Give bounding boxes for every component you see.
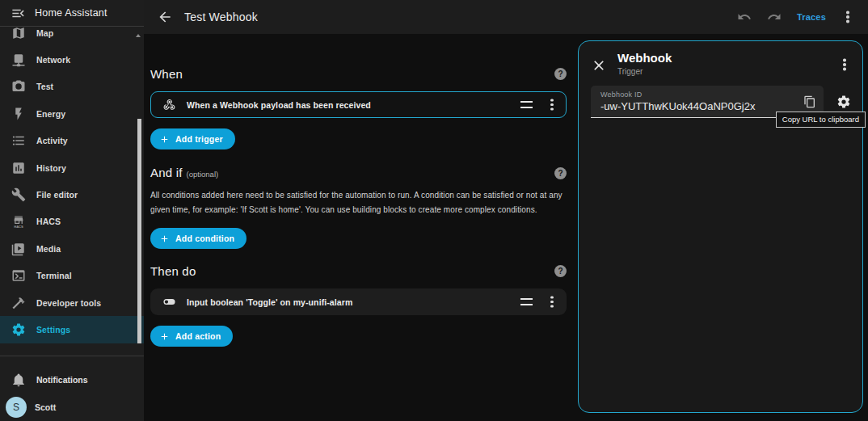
sidebar-scrollbar[interactable] bbox=[137, 119, 141, 343]
network-icon bbox=[11, 53, 26, 67]
main-area: Test Webhook Traces When bbox=[144, 0, 868, 421]
redo-icon[interactable] bbox=[767, 10, 782, 24]
console-icon bbox=[11, 268, 26, 283]
sidebar: Home Assistant Map Network Test Energy A… bbox=[0, 0, 144, 421]
action-row-input-boolean[interactable]: Input boolean 'Toggle' on my-unifi-alarm bbox=[150, 288, 567, 315]
sidebar-item-media[interactable]: Media bbox=[0, 235, 144, 262]
sidebar-item-label: Media bbox=[36, 244, 61, 254]
sidebar-nav: Map Network Test Energy Activity History bbox=[0, 27, 144, 355]
map-icon bbox=[11, 27, 26, 40]
automation-editor: When When a Webhook payload has been rec… bbox=[150, 34, 567, 347]
sidebar-item-settings[interactable]: Settings bbox=[0, 316, 144, 343]
sidebar-item-file-editor[interactable]: File editor bbox=[0, 181, 144, 208]
sidebar-item-label: History bbox=[36, 163, 66, 173]
list-icon bbox=[11, 133, 26, 148]
sidebar-item-hacs[interactable]: HACS HACS bbox=[0, 208, 144, 235]
help-icon[interactable] bbox=[554, 167, 567, 179]
copy-url-tooltip: Copy URL to clipboard bbox=[776, 112, 866, 128]
bell-icon bbox=[11, 373, 26, 387]
gear-icon bbox=[11, 322, 26, 337]
sidebar-item-activity[interactable]: Activity bbox=[0, 128, 144, 154]
conditions-description: All conditions added here need to be sat… bbox=[150, 188, 567, 217]
sidebar-item-label: Activity bbox=[36, 136, 68, 145]
sidebar-item-network[interactable]: Network bbox=[0, 46, 144, 73]
lightning-icon bbox=[11, 107, 26, 121]
sidebar-item-terminal[interactable]: Terminal bbox=[0, 263, 144, 289]
add-action-label: Add action bbox=[175, 331, 221, 341]
sidebar-footer: Notifications S Scott bbox=[0, 356, 144, 421]
topbar-kebab-menu[interactable] bbox=[842, 9, 853, 25]
optional-label: (optional) bbox=[187, 170, 219, 179]
wrench-icon bbox=[11, 187, 26, 202]
add-action-button[interactable]: Add action bbox=[150, 326, 233, 347]
webhook-id-label: Webhook ID bbox=[600, 91, 796, 99]
and-if-section-header: And if(optional) bbox=[150, 164, 567, 182]
editor-body: When When a Webhook payload has been rec… bbox=[144, 34, 868, 421]
sidebar-item-label: Settings bbox=[36, 325, 70, 335]
then-do-section-header: Then do bbox=[150, 262, 567, 280]
help-icon[interactable] bbox=[554, 68, 567, 80]
panel-subtitle: Trigger bbox=[617, 67, 672, 76]
when-section-header: When bbox=[150, 65, 567, 82]
sidebar-scroll-up-arrow[interactable] bbox=[136, 34, 141, 37]
undo-icon[interactable] bbox=[737, 10, 752, 24]
webhook-settings-gear-icon[interactable] bbox=[836, 95, 851, 109]
sidebar-item-label: Terminal bbox=[36, 271, 72, 280]
store-icon: HACS bbox=[11, 214, 26, 229]
panel-kebab-menu[interactable] bbox=[838, 57, 851, 73]
sidebar-item-label: Network bbox=[36, 55, 70, 65]
panel-header: Webhook Trigger bbox=[579, 41, 862, 76]
avatar: S bbox=[6, 397, 27, 418]
add-trigger-button[interactable]: Add trigger bbox=[150, 128, 235, 149]
page-title: Test Webhook bbox=[184, 11, 258, 23]
trigger-row-webhook[interactable]: When a Webhook payload has been received bbox=[150, 91, 567, 118]
traces-link[interactable]: Traces bbox=[797, 12, 826, 22]
plus-icon bbox=[159, 331, 170, 342]
app-root: Home Assistant Map Network Test Energy A… bbox=[0, 0, 868, 421]
plus-icon bbox=[159, 134, 170, 145]
toggle-switch-icon bbox=[162, 295, 176, 309]
sidebar-item-label: Energy bbox=[36, 109, 65, 119]
sidebar-item-developer-tools[interactable]: Developer tools bbox=[0, 289, 144, 316]
webhook-trigger-panel: Webhook Trigger Webhook ID bbox=[578, 40, 863, 413]
sidebar-item-label: Test bbox=[36, 82, 53, 91]
app-title: Home Assistant bbox=[35, 7, 107, 19]
help-icon[interactable] bbox=[554, 265, 567, 277]
sidebar-header: Home Assistant bbox=[0, 0, 144, 27]
sidebar-item-notifications[interactable]: Notifications bbox=[0, 367, 144, 393]
action-kebab-menu[interactable] bbox=[546, 293, 558, 311]
sidebar-item-profile[interactable]: S Scott bbox=[0, 395, 144, 419]
add-condition-label: Add condition bbox=[175, 234, 234, 243]
sidebar-item-history[interactable]: History bbox=[0, 154, 144, 181]
back-arrow-icon[interactable] bbox=[157, 9, 173, 25]
sidebar-item-label: Developer tools bbox=[36, 298, 101, 308]
trigger-label: When a Webhook payload has been received bbox=[187, 100, 371, 110]
webhook-id-input[interactable] bbox=[600, 100, 796, 112]
webhook-icon bbox=[162, 98, 176, 112]
sidebar-item-label: HACS bbox=[36, 217, 61, 226]
add-trigger-label: Add trigger bbox=[175, 134, 223, 144]
sidebar-item-label: File editor bbox=[36, 190, 78, 200]
bar-chart-icon bbox=[11, 161, 26, 175]
add-condition-button[interactable]: Add condition bbox=[150, 228, 246, 249]
notifications-label: Notifications bbox=[36, 375, 88, 385]
plus-icon bbox=[159, 234, 170, 244]
topbar: Test Webhook Traces bbox=[144, 0, 868, 34]
copy-icon[interactable] bbox=[803, 95, 816, 108]
svg-text:HACS: HACS bbox=[14, 225, 23, 229]
drag-handle-icon[interactable] bbox=[520, 101, 533, 108]
close-icon[interactable] bbox=[591, 57, 607, 74]
sidebar-item-label: Map bbox=[36, 28, 53, 38]
sidebar-item-energy[interactable]: Energy bbox=[0, 100, 144, 127]
sidebar-item-test[interactable]: Test bbox=[0, 74, 144, 100]
menu-toggle-icon[interactable] bbox=[11, 6, 26, 21]
profile-name: Scott bbox=[35, 402, 56, 412]
sidebar-item-map[interactable]: Map bbox=[0, 27, 144, 46]
trigger-kebab-menu[interactable] bbox=[546, 96, 558, 114]
then-do-title: Then do bbox=[150, 264, 196, 278]
action-label: Input boolean 'Toggle' on my-unifi-alarm bbox=[187, 297, 352, 307]
when-title: When bbox=[150, 67, 183, 81]
drag-handle-icon[interactable] bbox=[520, 298, 533, 305]
hammer-icon bbox=[11, 296, 26, 310]
and-if-title: And if bbox=[150, 166, 183, 179]
